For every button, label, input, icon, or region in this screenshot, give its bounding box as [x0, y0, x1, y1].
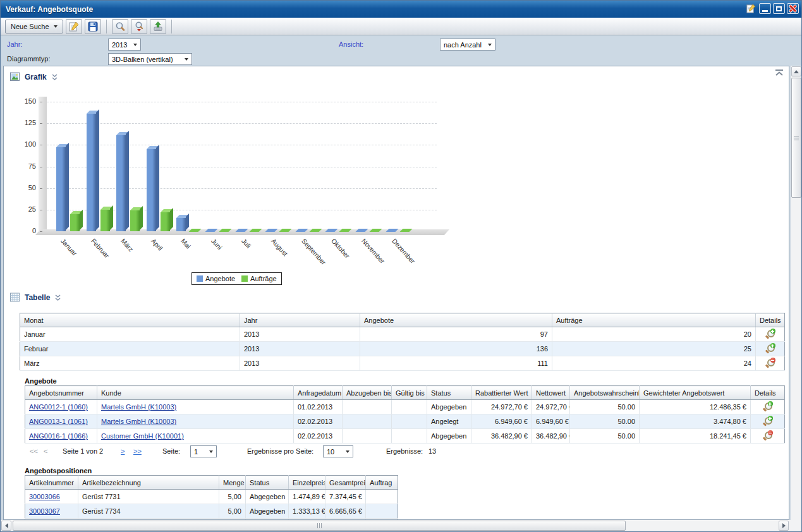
- zoom-in-details-icon[interactable]: [765, 329, 775, 339]
- bar-aufträge-januar: [70, 214, 80, 231]
- angebot-link[interactable]: ANG0012-1 (1060): [29, 403, 88, 411]
- save-button[interactable]: [85, 19, 101, 34]
- col-anfragedatum[interactable]: Anfragedatum: [294, 386, 343, 400]
- tabelle-section-title: Tabelle: [25, 293, 50, 302]
- angebot-link[interactable]: ANG0013-1 (1061): [29, 418, 88, 425]
- vertical-scroll-thumb[interactable]: [791, 78, 801, 198]
- right-arrow-icon: [782, 523, 786, 528]
- col-artikelbezeichnung[interactable]: Artikelbezeichnung: [78, 476, 219, 490]
- bar-angebote-märz: [116, 135, 126, 231]
- col-kunde[interactable]: Kunde: [97, 386, 294, 400]
- jahr-value: 2013: [112, 41, 133, 49]
- collapse-section-icon[interactable]: [54, 294, 61, 301]
- edit-button[interactable]: [66, 19, 82, 34]
- jahr-select[interactable]: 2013: [108, 39, 141, 51]
- col-abzugeben-bis[interactable]: Abzugeben bis: [343, 386, 392, 400]
- search-button[interactable]: [112, 19, 128, 34]
- x-axis-label-märz: März: [119, 237, 135, 253]
- ansicht-select[interactable]: nach Anzahl: [440, 39, 495, 51]
- table-row: Februar2013 13625: [20, 342, 785, 356]
- bar-angebote-februar: [87, 114, 96, 231]
- col-gueltig-bis[interactable]: Gültig bis: [392, 386, 427, 400]
- export-icon: [152, 21, 164, 32]
- col-auftrag[interactable]: Auftrag: [366, 476, 398, 490]
- y-gridline: [47, 188, 437, 189]
- scroll-left-button[interactable]: [1, 521, 11, 531]
- col-jahr[interactable]: Jahr: [240, 313, 360, 327]
- col-nettowert[interactable]: Nettowert: [532, 386, 570, 400]
- x-axis-label-oktober: Oktober: [330, 237, 351, 260]
- artikel-link[interactable]: 30003067: [29, 507, 60, 515]
- minimize-button[interactable]: [759, 3, 771, 14]
- col-details: Details: [756, 313, 785, 327]
- artikel-link[interactable]: 30003066: [29, 493, 60, 500]
- col-gesamtpreis[interactable]: Gesamtpreis: [325, 476, 366, 490]
- minimize-icon: [762, 10, 768, 12]
- notepad-icon[interactable]: [744, 3, 757, 14]
- scroll-up-button[interactable]: [791, 66, 801, 76]
- ansicht-value: nach Anzahl: [444, 41, 488, 49]
- horizontal-scroll-thumb[interactable]: [13, 521, 626, 531]
- col-angebotsnummer[interactable]: Angebotsnummer: [25, 386, 97, 400]
- table-header-row: Monat Jahr Angebote Aufträge Details: [20, 313, 785, 327]
- bar-face: [116, 135, 126, 231]
- y-axis-tick: [40, 145, 42, 145]
- bar-face: [110, 205, 113, 230]
- diagrammtyp-select[interactable]: 3D-Balken (vertikal): [108, 53, 192, 65]
- col-artikelnummer[interactable]: Artikelnummer: [25, 476, 78, 490]
- col-status[interactable]: Status: [427, 386, 471, 400]
- kunde-link[interactable]: Martels GmbH (K10003): [101, 403, 176, 411]
- col-menge[interactable]: Menge: [219, 476, 246, 490]
- col-angebote[interactable]: Angebote: [360, 313, 552, 327]
- content-panel: Grafik 0255075100125150JanuarFebruarMärz…: [3, 66, 789, 520]
- horizontal-scrollbar[interactable]: [1, 520, 789, 531]
- y-axis-label: 100: [12, 140, 36, 148]
- legend-item-angebote: Angebote: [197, 275, 235, 282]
- kunde-link[interactable]: Customer GmbH (K10001): [101, 432, 184, 440]
- search-remove-button[interactable]: [131, 19, 147, 34]
- first-page-link[interactable]: <<: [30, 447, 38, 455]
- x-axis-label-februar: Februar: [90, 237, 111, 259]
- maximize-button[interactable]: [773, 3, 785, 14]
- y-axis-label: 25: [12, 205, 36, 213]
- bar-face: [126, 131, 129, 230]
- bar-face: [56, 147, 66, 231]
- bar-face: [70, 214, 80, 231]
- col-wahrscheinlichkeit[interactable]: Angebotswahrscheinlichkeit: [570, 386, 640, 400]
- scroll-right-button[interactable]: [779, 521, 789, 531]
- maximize-icon: [776, 6, 782, 11]
- angebot-link[interactable]: ANG0016-1 (1066): [29, 432, 88, 440]
- new-search-button[interactable]: Neue Suche: [5, 20, 63, 33]
- positionen-subtitle: Angebotspositionen: [25, 467, 92, 475]
- last-page-link[interactable]: >>: [133, 447, 142, 455]
- zoom-out-details-icon[interactable]: [765, 358, 775, 368]
- table-row: ANG0016-1 (1066) Customer GmbH (K10001) …: [25, 429, 785, 444]
- prev-page-link[interactable]: <: [44, 447, 47, 455]
- vertical-scrollbar[interactable]: [791, 66, 802, 531]
- toolbar-separator: [171, 20, 172, 33]
- export-button[interactable]: [150, 19, 166, 34]
- kunde-link[interactable]: Martels GmbH (K10003): [101, 418, 176, 425]
- col-status[interactable]: Status: [246, 476, 289, 490]
- page-select[interactable]: 1: [190, 445, 217, 457]
- bar-face: [87, 114, 96, 231]
- zoom-in-details-icon[interactable]: [765, 343, 775, 353]
- col-rabattierter-wert[interactable]: Rabattierter Wert: [471, 386, 532, 400]
- x-axis-label-juni: Juni: [210, 237, 224, 251]
- x-axis-label-august: August: [270, 237, 289, 257]
- col-einzelpreis[interactable]: Einzelpreis: [289, 476, 325, 490]
- toolbar-separator: [106, 20, 107, 33]
- zoom-in-details-icon[interactable]: [763, 416, 773, 426]
- bar-face: [161, 212, 170, 231]
- col-gewichteter-wert[interactable]: Gewichteter Angebotswert: [640, 386, 751, 400]
- next-page-link[interactable]: >: [121, 447, 125, 455]
- close-button[interactable]: [787, 3, 799, 14]
- zoom-out-details-icon[interactable]: [763, 430, 773, 440]
- per-page-select[interactable]: 10: [323, 445, 353, 457]
- col-monat[interactable]: Monat: [20, 313, 240, 327]
- col-auftraege[interactable]: Aufträge: [552, 313, 756, 327]
- zoom-in-details-icon[interactable]: [763, 401, 773, 411]
- ansicht-label: Ansicht:: [339, 40, 363, 48]
- x-axis-label-september: September: [300, 237, 327, 266]
- chevron-down-icon: [133, 44, 137, 46]
